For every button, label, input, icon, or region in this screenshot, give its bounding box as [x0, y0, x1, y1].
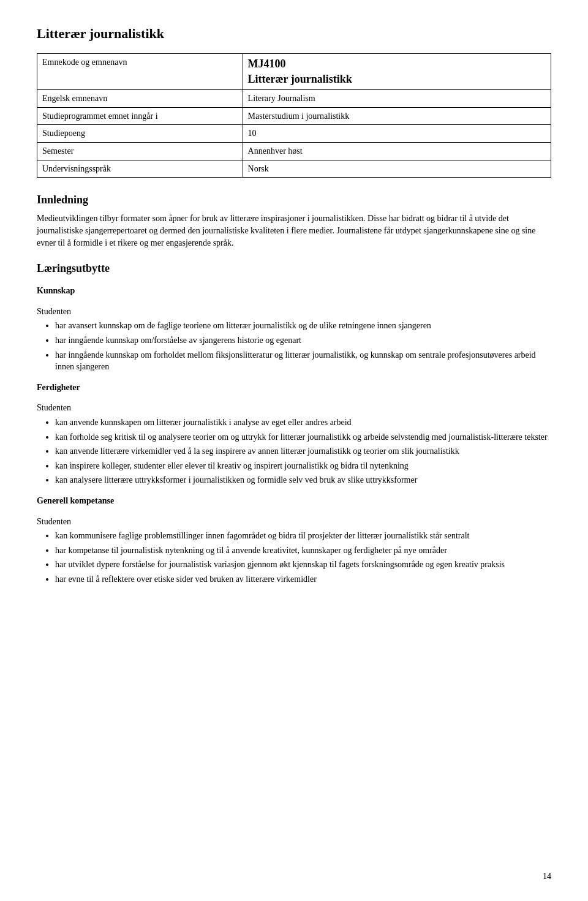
- list-item: kan inspirere kolleger, studenter eller …: [55, 460, 551, 472]
- generell-block: Generell kompetanse Studenten kan kommun…: [37, 495, 551, 586]
- table-cell-label: Emnekode og emnenavn: [37, 53, 243, 89]
- generell-label: Generell kompetanse: [37, 495, 551, 507]
- list-item: kan anvende litterære virkemidler ved å …: [55, 445, 551, 458]
- innledning-text: Medieutviklingen tilbyr formater som åpn…: [37, 213, 551, 249]
- table-row: SemesterAnnenhver høst: [37, 142, 551, 160]
- table-cell-value: Masterstudium i journalistikk: [243, 107, 551, 125]
- generell-list: kan kommunisere faglige problemstillinge…: [55, 530, 551, 585]
- table-cell-value: Literary Journalism: [243, 90, 551, 108]
- table-row: Emnekode og emnenavnMJ4100Litterær journ…: [37, 53, 551, 89]
- info-table: Emnekode og emnenavnMJ4100Litterær journ…: [37, 53, 551, 178]
- table-cell-label: Undervisningsspråk: [37, 160, 243, 178]
- ferdigheter-sublabel: Studenten: [37, 402, 551, 414]
- table-cell-label: Studiepoeng: [37, 125, 243, 143]
- table-row: Studiepoeng10: [37, 125, 551, 143]
- list-item: har inngående kunnskap om forholdet mell…: [55, 349, 551, 373]
- table-cell-value: MJ4100Litterær journalistikk: [243, 53, 551, 89]
- list-item: kan analysere litterære uttrykksformer i…: [55, 474, 551, 486]
- table-cell-value: Annenhver høst: [243, 142, 551, 160]
- list-item: har kompetanse til journalistisk nytenkn…: [55, 545, 551, 557]
- innledning-heading: Innledning: [37, 192, 551, 208]
- list-item: kan forholde seg kritisk til og analyser…: [55, 431, 551, 443]
- laeringsutbytte-section: Læringsutbytte Kunnskap Studenten har av…: [37, 261, 551, 585]
- kunnskap-list: har avansert kunnskap om de faglige teor…: [55, 320, 551, 372]
- table-cell-label: Engelsk emnenavn: [37, 90, 243, 108]
- innledning-section: Innledning Medieutviklingen tilbyr forma…: [37, 192, 551, 249]
- kunnskap-block: Kunnskap Studenten har avansert kunnskap…: [37, 285, 551, 373]
- ferdigheter-label: Ferdigheter: [37, 382, 551, 394]
- ferdigheter-block: Ferdigheter Studenten kan anvende kunnsk…: [37, 382, 551, 486]
- list-item: har inngående kunnskap om/forståelse av …: [55, 334, 551, 347]
- table-row: Studieprogrammet emnet inngår iMasterstu…: [37, 107, 551, 125]
- table-cell-value: Norsk: [243, 160, 551, 178]
- list-item: har utviklet dypere forståelse for journ…: [55, 559, 551, 571]
- ferdigheter-list: kan anvende kunnskapen om litterær journ…: [55, 417, 551, 486]
- laeringsutbytte-heading: Læringsutbytte: [37, 261, 551, 276]
- list-item: har avansert kunnskap om de faglige teor…: [55, 320, 551, 332]
- page-title: Litterær journalistikk: [37, 25, 551, 43]
- table-row: Engelsk emnenavnLiterary Journalism: [37, 90, 551, 108]
- table-cell-value: 10: [243, 125, 551, 143]
- list-item: har evne til å reflektere over etiske si…: [55, 573, 551, 586]
- table-cell-label: Semester: [37, 142, 243, 160]
- table-cell-label: Studieprogrammet emnet inngår i: [37, 107, 243, 125]
- kunnskap-label: Kunnskap: [37, 285, 551, 297]
- generell-sublabel: Studenten: [37, 516, 551, 528]
- kunnskap-sublabel: Studenten: [37, 306, 551, 318]
- list-item: kan kommunisere faglige problemstillinge…: [55, 530, 551, 542]
- table-row: UndervisningsspråkNorsk: [37, 160, 551, 178]
- list-item: kan anvende kunnskapen om litterær journ…: [55, 417, 551, 429]
